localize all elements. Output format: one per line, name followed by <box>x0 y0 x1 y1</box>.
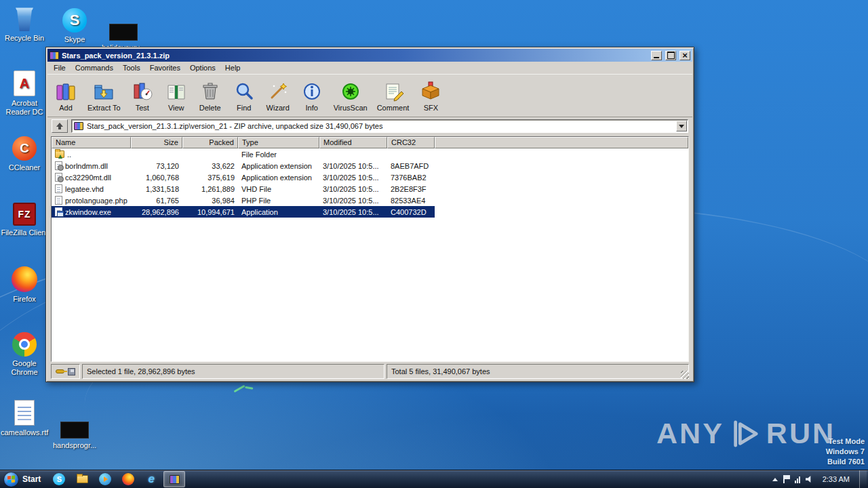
desktop-icon-label: handsprogr... <box>53 441 96 450</box>
toolbar-extract-to-button[interactable]: Extract To <box>83 75 125 116</box>
file-row-[interactable]: ..File Folder <box>52 148 688 160</box>
black-app-icon <box>109 24 138 41</box>
toolbar-wizard-button[interactable]: Wizard <box>261 75 295 116</box>
column-header-packed[interactable]: Packed <box>182 137 238 148</box>
desktop-icon-firefox[interactable]: Firefox <box>0 265 49 304</box>
cell-modified: 3/10/2025 10:5... <box>319 183 387 195</box>
menu-favorites[interactable]: Favorites <box>145 62 185 73</box>
cell-name: legatee.vhd <box>52 183 131 195</box>
taskbar-app-firefox[interactable] <box>117 471 139 487</box>
file-row-cc32290mt-dll[interactable]: cc32290mt.dll1,060,768375,619Application… <box>52 171 688 183</box>
column-header-name[interactable]: Name <box>52 137 131 148</box>
volume-icon[interactable] <box>806 476 813 483</box>
cell-type: Application extension <box>238 160 319 171</box>
toolbar-info-button[interactable]: Info <box>295 75 329 116</box>
recycle-bin-icon <box>16 7 33 31</box>
column-header-size[interactable]: Size <box>131 137 182 148</box>
taskbar-app-skype[interactable]: S <box>48 471 70 487</box>
menu-file[interactable]: File <box>49 62 71 73</box>
acrobat-reader-icon: A <box>14 70 35 96</box>
cell-name: cc32290mt.dll <box>52 171 131 183</box>
desktop-icon-skype[interactable]: SSkype <box>50 5 99 44</box>
toolbar-test-button[interactable]: Test <box>125 75 159 116</box>
folder-up-icon <box>55 150 64 158</box>
file-row-protolanguage-php[interactable]: protolanguage.php61,76536,984PHP File3/1… <box>52 195 688 206</box>
cell-crc32: 2B2E8F3F <box>387 183 435 195</box>
cell-type: Application <box>238 206 319 218</box>
toolbar-sfx-button[interactable]: SFX <box>414 75 448 116</box>
start-label: Start <box>22 474 41 484</box>
toolbar-button-label: Find <box>237 104 251 112</box>
desktop-icon-google-chrome[interactable]: Google Chrome <box>0 329 49 377</box>
toolbar-button-label: SFX <box>424 104 438 112</box>
desktop-icon-recycle-bin[interactable]: Recycle Bin <box>0 4 49 43</box>
cell-crc32: 82533AE4 <box>387 195 435 206</box>
desktop-icon-ccleaner[interactable]: CCCleaner <box>0 134 49 172</box>
menu-options[interactable]: Options <box>185 62 220 73</box>
cell-filler <box>435 183 688 195</box>
file-rows[interactable]: ..File Folderborlndmm.dll73,12033,622App… <box>52 148 688 361</box>
skype-icon: S <box>53 473 65 485</box>
show-desktop-button[interactable] <box>859 470 867 488</box>
toolbar-virusscan-button[interactable]: VirusScan <box>329 75 372 116</box>
resize-grip[interactable] <box>681 371 689 379</box>
toolbar-comment-button[interactable]: Comment <box>372 75 414 116</box>
cell-modified: 3/10/2025 10:5... <box>319 171 387 183</box>
skype-icon: S <box>62 8 87 33</box>
find-icon <box>233 81 255 102</box>
cell-size: 28,962,896 <box>131 206 182 218</box>
cell-filler <box>435 160 688 171</box>
ccleaner-icon: C <box>12 136 37 161</box>
taskbar-app-winrar[interactable] <box>163 471 185 487</box>
toolbar-view-button[interactable]: View <box>159 75 193 116</box>
taskbar-app-windows-explorer[interactable] <box>71 471 93 487</box>
cell-packed <box>182 148 238 160</box>
column-header-modified[interactable]: Modified <box>319 137 387 148</box>
menu-commands[interactable]: Commands <box>71 62 118 73</box>
file-row-borlndmm-dll[interactable]: borlndmm.dll73,12033,622Application exte… <box>52 160 688 171</box>
column-header-crc32[interactable]: CRC32 <box>387 137 435 148</box>
desktop-icon-handsprogr[interactable]: handsprogr... <box>50 411 99 450</box>
taskbar-clock[interactable]: 2:33 AM <box>818 470 854 488</box>
cell-filler <box>435 171 688 183</box>
title-bar[interactable]: Stars_pack_version_21.3.1.zip <box>47 49 692 62</box>
dropdown-arrow-icon[interactable] <box>676 121 687 131</box>
status-total-text: Total 5 files, 31,490,067 bytes <box>387 364 689 379</box>
menu-help[interactable]: Help <box>220 62 245 73</box>
cell-packed: 10,994,671 <box>182 206 238 218</box>
start-button[interactable]: Start <box>0 470 47 488</box>
toolbar-add-button[interactable]: Add <box>49 75 83 116</box>
column-header-type[interactable]: Type <box>238 137 319 148</box>
maximize-button[interactable] <box>665 51 676 60</box>
close-button[interactable] <box>679 51 690 60</box>
hidden-icons-chevron-icon[interactable] <box>772 475 778 481</box>
taskbar-app-internet-explorer[interactable]: e <box>140 471 162 487</box>
address-text: Stars_pack_version_21.3.1.zip\version_21… <box>87 122 673 130</box>
cell-name: .. <box>52 148 131 160</box>
minimize-button[interactable] <box>651 51 662 60</box>
address-combobox[interactable]: Stars_pack_version_21.3.1.zip\version_21… <box>71 119 688 133</box>
desktop-icon-filezilla-client[interactable]: FZFileZilla Client <box>0 199 49 237</box>
comment-icon <box>382 81 404 102</box>
file-icon <box>55 184 62 193</box>
menu-tools[interactable]: Tools <box>118 62 145 73</box>
desktop-icon-cameallows-rtf[interactable]: cameallows.rtf <box>0 399 49 437</box>
file-row-zkwindow-exe[interactable]: zkwindow.exe28,962,89610,994,671Applicat… <box>52 206 688 218</box>
dll-file-icon <box>55 161 62 170</box>
toolbar-delete-button[interactable]: Delete <box>193 75 227 116</box>
toolbar-button-label: Comment <box>377 104 410 112</box>
black-app-icon <box>60 422 89 439</box>
cell-filler <box>435 195 688 206</box>
up-one-level-button[interactable] <box>52 119 68 133</box>
cell-name: zkwindow.exe <box>52 206 131 218</box>
desktop-icon-label: Firefox <box>13 295 36 304</box>
firefox-icon <box>12 266 37 292</box>
desktop-icon-acrobat-reader-dc[interactable]: AAcrobat Reader DC <box>0 69 49 117</box>
taskbar-app-media-player[interactable] <box>94 471 116 487</box>
action-center-flag-icon[interactable] <box>783 475 789 483</box>
virusscan-icon <box>340 81 361 102</box>
network-icon[interactable] <box>795 476 800 483</box>
toolbar-button-label: Wizard <box>267 104 290 112</box>
toolbar-find-button[interactable]: Find <box>227 75 261 116</box>
file-row-legatee-vhd[interactable]: legatee.vhd1,331,5181,261,889VHD File3/1… <box>52 183 688 195</box>
